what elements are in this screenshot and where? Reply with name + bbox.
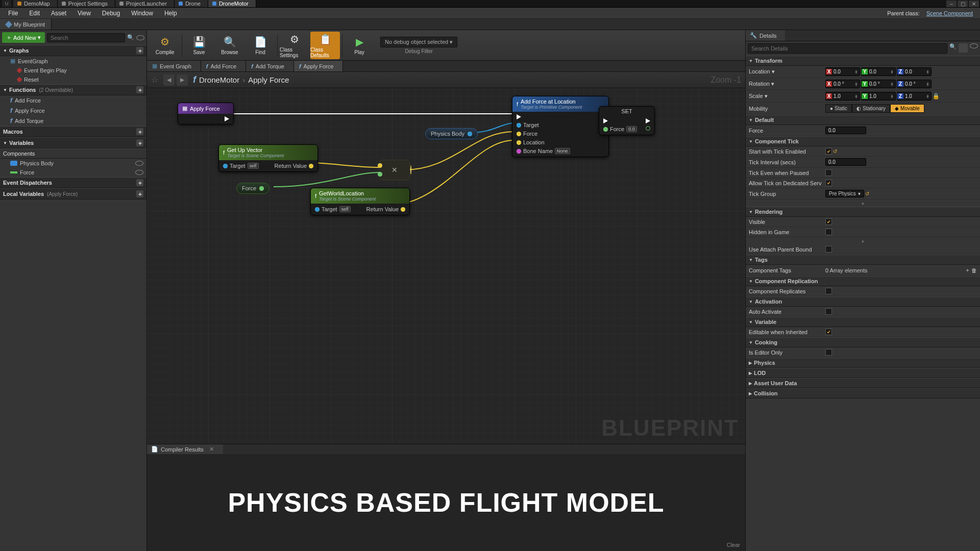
editable-inherited-checkbox[interactable]: ✔: [825, 329, 832, 335]
location-x-input[interactable]: [832, 68, 854, 75]
tick-interval-input[interactable]: [825, 158, 866, 166]
add-dispatcher-button[interactable]: ＋: [136, 179, 143, 186]
cat-tags[interactable]: ▼Tags: [746, 255, 980, 265]
debug-object-dropdown[interactable]: No debug object selected ▾: [380, 37, 457, 47]
cat-transform[interactable]: ▼Transform: [746, 56, 980, 66]
editor-tab[interactable]: DemoMap: [13, 0, 58, 7]
name-pin[interactable]: [517, 149, 521, 154]
favorite-icon[interactable]: ☆: [151, 75, 158, 85]
menu-file[interactable]: File: [3, 9, 23, 18]
class-defaults-button[interactable]: 📋Class Defaults: [310, 32, 340, 59]
graph-tab[interactable]: fAdd Torque: [246, 61, 294, 71]
cat-asset-user-data[interactable]: ▶Asset User Data: [746, 378, 980, 388]
search-icon[interactable]: 🔍: [127, 34, 134, 41]
menu-help[interactable]: Help: [159, 9, 182, 18]
graph-tab[interactable]: ▦Event Graph: [147, 61, 201, 71]
exec-pin[interactable]: [646, 118, 650, 123]
local-variables-header[interactable]: Local Variables(Apply Force)＋: [0, 188, 146, 199]
node-force-var[interactable]: Force: [236, 183, 270, 194]
vector-pin[interactable]: [401, 207, 405, 212]
close-button[interactable]: ✕: [969, 1, 979, 7]
vector-pin[interactable]: [378, 163, 382, 168]
expand-icon[interactable]: ▲: [746, 237, 980, 244]
property-matrix-icon[interactable]: [959, 43, 968, 53]
auto-activate-checkbox[interactable]: [825, 308, 832, 315]
mobility-static-button[interactable]: ● Static: [825, 104, 852, 113]
nav-back-button[interactable]: ◀: [163, 74, 175, 86]
graph-item[interactable]: ▦EventGraph: [0, 56, 146, 66]
search-icon[interactable]: 🔍: [949, 43, 957, 54]
menu-window[interactable]: Window: [126, 9, 158, 18]
rotation-y-input[interactable]: [868, 81, 890, 87]
graph-tab[interactable]: fAdd Force: [201, 61, 246, 71]
functions-header[interactable]: ▼Functions(2 Overridable)＋: [0, 84, 146, 95]
components-header[interactable]: Components: [0, 148, 146, 159]
cat-collision[interactable]: ▶Collision: [746, 388, 980, 398]
vector-pin[interactable]: [309, 164, 313, 168]
vector-pin[interactable]: [410, 165, 411, 174]
mobility-movable-button[interactable]: ◆ Movable: [890, 104, 924, 113]
rotation-z-input[interactable]: [903, 81, 926, 87]
graph-canvas[interactable]: ▦Apply Force fGet Up VectorTarget is Sce…: [147, 88, 745, 444]
attach-parent-checkbox[interactable]: [825, 246, 832, 253]
exec-pin[interactable]: [603, 118, 608, 123]
tick-group-dropdown[interactable]: Pre Physics ▾: [825, 190, 864, 197]
mobility-stationary-button[interactable]: ◐ Stationary: [852, 104, 890, 113]
visibility-icon[interactable]: [135, 170, 143, 175]
menu-asset[interactable]: Asset: [46, 9, 71, 18]
details-tab[interactable]: 🔧Details: [746, 30, 785, 41]
hidden-checkbox[interactable]: [825, 229, 832, 235]
rotation-x-input[interactable]: [832, 81, 854, 87]
save-button[interactable]: 💾Save: [184, 32, 214, 59]
cat-replication[interactable]: ▼Component Replication: [746, 276, 980, 286]
class-settings-button[interactable]: ⚙Class Settings: [280, 32, 309, 59]
float-pin[interactable]: [259, 186, 264, 191]
node-set[interactable]: SET Force 0.0: [599, 106, 655, 135]
visibility-icon[interactable]: [970, 43, 978, 48]
vector-pin[interactable]: [517, 132, 521, 136]
compiler-results-tab[interactable]: 📄Compiler Results✕: [147, 444, 223, 454]
component-item[interactable]: Force: [0, 168, 146, 177]
breadcrumb-root[interactable]: DroneMotor: [199, 76, 239, 84]
exec-pin[interactable]: [517, 114, 521, 119]
menu-edit[interactable]: Edit: [24, 9, 45, 18]
breadcrumb-current[interactable]: Apply Force: [248, 76, 289, 84]
node-apply-force-entry[interactable]: ▦Apply Force: [178, 103, 234, 124]
force-input[interactable]: [825, 127, 866, 134]
my-blueprint-search[interactable]: [47, 33, 125, 42]
visible-checkbox[interactable]: ✔: [825, 218, 832, 225]
cat-rendering[interactable]: ▼Rendering: [746, 207, 980, 217]
cat-physics[interactable]: ▶Physics: [746, 358, 980, 368]
editor-tab[interactable]: Project Settings: [58, 0, 115, 7]
reset-icon[interactable]: ↺: [865, 191, 869, 196]
play-button[interactable]: ▶Play: [345, 32, 374, 59]
visibility-icon[interactable]: [136, 35, 144, 40]
variables-header[interactable]: ▼Variables＋: [0, 137, 146, 148]
cat-lod[interactable]: ▶LOD: [746, 368, 980, 378]
details-search[interactable]: [748, 43, 947, 54]
function-item[interactable]: fApply Force: [0, 106, 146, 116]
add-graph-button[interactable]: ＋: [136, 47, 143, 54]
scale-y-input[interactable]: [868, 93, 890, 99]
node-get-world-location[interactable]: fGetWorldLocationTarget is Scene Compone…: [310, 188, 410, 215]
event-item[interactable]: Event Begin Play: [0, 66, 146, 75]
node-add-force-at-location[interactable]: fAdd Force at LocationTarget is Primitiv…: [512, 96, 609, 157]
browse-button[interactable]: 🔍Browse: [215, 32, 244, 59]
component-item[interactable]: Physics Body: [0, 159, 146, 168]
reset-icon[interactable]: ↺: [833, 148, 837, 154]
menu-view[interactable]: View: [72, 9, 96, 18]
add-variable-button[interactable]: ＋: [136, 139, 143, 146]
cat-default[interactable]: ▼Default: [746, 115, 980, 125]
expand-icon[interactable]: ▲: [746, 199, 980, 207]
my-blueprint-tab[interactable]: My Blueprint: [0, 19, 52, 30]
macros-header[interactable]: Macros＋: [0, 126, 146, 137]
event-dispatchers-header[interactable]: Event Dispatchers＋: [0, 177, 146, 188]
lock-icon[interactable]: 🔒: [933, 93, 940, 99]
cat-variable[interactable]: ▼Variable: [746, 317, 980, 327]
minimize-button[interactable]: –: [946, 1, 957, 7]
clear-log-button[interactable]: Clear: [727, 542, 740, 548]
editor-tab[interactable]: ProjectLauncher: [115, 0, 175, 7]
scale-x-input[interactable]: [832, 93, 854, 99]
menu-debug[interactable]: Debug: [97, 9, 125, 18]
maximize-button[interactable]: ▢: [958, 1, 968, 7]
